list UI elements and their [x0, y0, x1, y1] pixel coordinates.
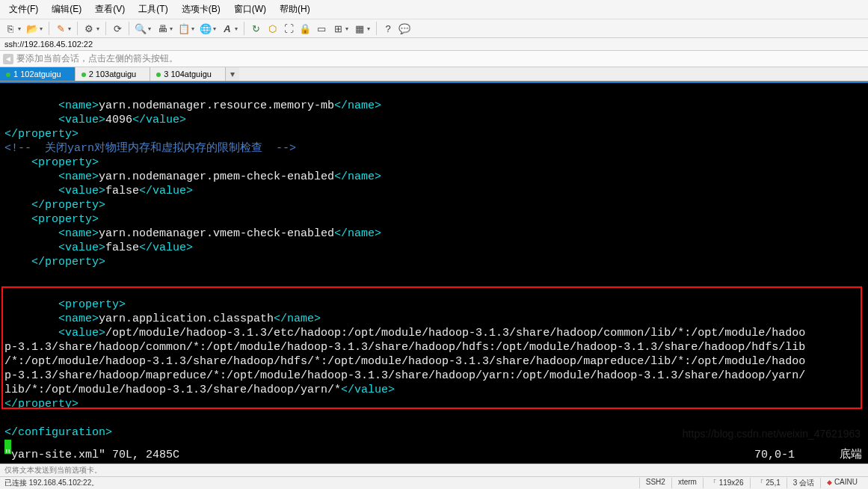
address-bar[interactable]: ssh://192.168.45.102:22 — [0, 38, 868, 51]
menu-view[interactable]: 查看(V) — [89, 1, 131, 17]
xml-tag: <value> — [58, 327, 105, 339]
xml-tag: </value> — [132, 114, 186, 126]
xml-text: lib/*:/opt/module/hadoop-3.1.3/share/had… — [4, 384, 341, 396]
status-bar: 已连接 192.168.45.102:22。 SSH2 xterm 「 119x… — [0, 476, 868, 489]
status-dot-icon — [6, 73, 10, 77]
xml-tag: <name> — [58, 227, 99, 240]
diamond-icon: ◆ — [827, 479, 832, 486]
xml-text: 4096 — [105, 114, 132, 126]
reload-icon[interactable]: ⟳ — [110, 21, 125, 36]
xml-tag: </name> — [334, 99, 381, 112]
lock-icon[interactable]: 🔒 — [298, 21, 313, 36]
status-dot-icon — [81, 73, 86, 77]
xml-text: p-3.1.3/share/hadoop/mapreduce/*:/opt/mo… — [4, 369, 805, 382]
xml-tag: </property> — [31, 256, 105, 268]
dropdown-icon[interactable]: ▾ — [148, 25, 151, 32]
status-size: 「 119x26 — [703, 478, 750, 488]
grid-icon[interactable]: ▦ — [352, 21, 367, 36]
menu-bar: 文件(F) 编辑(E) 查看(V) 工具(T) 选项卡(B) 窗口(W) 帮助(… — [0, 0, 868, 19]
xml-tag: </configuration> — [4, 426, 112, 439]
status-dot-icon — [156, 73, 161, 77]
xml-tag: </name> — [274, 313, 321, 325]
tab-label: 2 103atguigu — [89, 70, 137, 79]
search-icon[interactable]: 🔍 — [133, 21, 148, 36]
tab-session-3[interactable]: 3 104atguigu — [150, 67, 226, 81]
dropdown-icon[interactable]: ▾ — [367, 25, 370, 32]
status-indicator: ◆ CAINU — [820, 478, 864, 488]
clipboard-icon[interactable]: 📋 — [176, 21, 191, 36]
xml-tag: </value> — [341, 384, 395, 396]
xml-text: /*:/opt/module/hadoop-3.1.3/share/hadoop… — [4, 355, 805, 368]
print-icon[interactable]: 🖶 — [155, 21, 170, 36]
status-protocol: SSH2 — [639, 478, 671, 488]
tab-session-1[interactable]: 1 102atguigu — [0, 67, 76, 81]
hint-bar: ◄ 要添加当前会话，点击左侧的箭头按钮。 — [0, 51, 868, 67]
xml-tag: </property> — [4, 398, 79, 410]
vim-file-info: "yarn-site.xml" 70L, 2485C — [4, 448, 179, 462]
xml-tag: </name> — [334, 227, 381, 240]
dropdown-icon[interactable]: ▾ — [191, 25, 194, 32]
fullscreen-icon[interactable]: ⛶ — [281, 21, 296, 36]
dropdown-icon[interactable]: ▾ — [235, 25, 238, 32]
separator — [244, 22, 244, 35]
open-icon[interactable]: 📂 — [25, 21, 40, 36]
xml-tag: </property> — [31, 199, 105, 212]
menu-tabs[interactable]: 选项卡(B) — [176, 1, 227, 17]
globe-icon[interactable]: 🌐 — [198, 21, 213, 36]
xml-text: false — [105, 185, 139, 197]
menu-help[interactable]: 帮助(H) — [274, 1, 316, 17]
pencil-icon[interactable]: ✎ — [53, 21, 68, 36]
help-icon[interactable]: ? — [381, 21, 395, 36]
vim-status-line: "yarn-site.xml" 70L, 2485C 70,0-1 底端 — [4, 448, 862, 462]
dropdown-icon[interactable]: ▾ — [18, 25, 21, 32]
dropdown-icon[interactable]: ▾ — [96, 25, 99, 32]
xml-tag: <name> — [58, 170, 99, 183]
connection-status: 已连接 192.168.45.102:22。 — [4, 478, 639, 488]
terminal-view[interactable]: <name>yarn.nodemanager.resource.memory-m… — [0, 82, 868, 464]
xml-tag: <name> — [58, 99, 99, 112]
xml-tag: <name> — [58, 313, 99, 325]
badge-icon[interactable]: ⬡ — [265, 21, 280, 36]
xml-tag: <value> — [58, 114, 105, 126]
xml-text: /opt/module/hadoop-3.1.3/etc/hadoop:/opt… — [105, 327, 805, 339]
xml-tag: <property> — [31, 213, 99, 226]
xml-tag: </value> — [139, 185, 193, 197]
dropdown-icon[interactable]: ▾ — [213, 25, 216, 32]
status-termtype: xterm — [671, 478, 703, 488]
box-icon[interactable]: ▭ — [314, 21, 329, 36]
xml-text: yarn.nodemanager.pmem-check-enabled — [99, 170, 334, 183]
xml-comment: <!-- 关闭yarn对物理内存和虚拟内存的限制检查 --> — [4, 142, 296, 155]
dropdown-icon[interactable]: ▾ — [68, 25, 71, 32]
menu-window[interactable]: 窗口(W) — [228, 1, 272, 17]
dropdown-icon[interactable]: ▾ — [40, 25, 43, 32]
watermark-text: https://blog.csdn.net/weixin_47621963 — [683, 427, 861, 441]
xml-text: yarn.nodemanager.resource.memory-mb — [99, 99, 334, 112]
separator — [129, 22, 129, 35]
menu-edit[interactable]: 编辑(E) — [46, 1, 87, 17]
session-tabs: 1 102atguigu 2 103atguigu 3 104atguigu ▾ — [0, 67, 868, 82]
tab-spacer — [239, 67, 868, 81]
xml-text: yarn.application.classpath — [99, 313, 274, 325]
vim-cursor-pos: 70,0-1 — [754, 448, 795, 462]
new-session-icon[interactable]: ⎘ — [3, 21, 18, 36]
separator — [49, 22, 49, 35]
chat-icon[interactable]: 💬 — [397, 21, 412, 36]
tab-overflow-icon[interactable]: ▾ — [226, 67, 239, 81]
tab-label: 3 104atguigu — [164, 70, 212, 79]
font-icon[interactable]: A — [220, 21, 235, 36]
dropdown-icon[interactable]: ▾ — [170, 25, 173, 32]
tab-session-2[interactable]: 2 103atguigu — [76, 67, 151, 81]
vim-position: 底端 — [840, 448, 862, 462]
plus-icon[interactable]: ⊞ — [330, 21, 345, 36]
hint-text: 要添加当前会话，点击左侧的箭头按钮。 — [16, 52, 178, 65]
arrow-left-icon[interactable]: ◄ — [3, 54, 13, 64]
xml-text: yarn.nodemanager.vmem-check-enabled — [99, 227, 334, 240]
separator — [105, 22, 106, 35]
gear-icon[interactable]: ⚙ — [81, 21, 96, 36]
menu-file[interactable]: 文件(F) — [3, 1, 44, 17]
toolbar: ⎘▾ 📂▾ ✎▾ ⚙▾ ⟳ 🔍▾ 🖶▾ 📋▾ 🌐▾ A▾ ↻ ⬡ ⛶ 🔒 ▭ ⊞… — [0, 19, 868, 38]
cycle-icon[interactable]: ↻ — [248, 21, 263, 36]
xml-tag: <property> — [31, 156, 99, 169]
dropdown-icon[interactable]: ▾ — [345, 25, 348, 32]
menu-tools[interactable]: 工具(T) — [132, 1, 173, 17]
